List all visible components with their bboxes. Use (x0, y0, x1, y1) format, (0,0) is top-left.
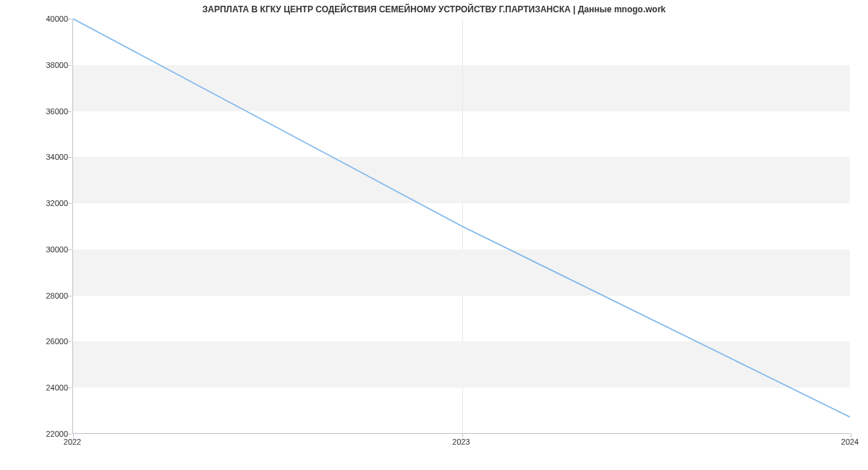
y-axis-label: 24000 (25, 383, 68, 392)
y-axis-label: 36000 (25, 107, 68, 116)
y-axis-label: 34000 (25, 153, 68, 161)
x-axis-label: 2022 (64, 437, 81, 446)
x-axis-label: 2024 (841, 437, 859, 446)
chart-title: ЗАРПЛАТА В КГКУ ЦЕНТР СОДЕЙСТВИЯ СЕМЕЙНО… (0, 4, 868, 14)
line-series (73, 19, 850, 433)
y-axis-label: 30000 (25, 245, 68, 254)
plot-area (72, 19, 850, 434)
y-axis-label: 38000 (25, 61, 68, 69)
y-axis-label: 32000 (25, 199, 68, 208)
y-axis-label: 22000 (25, 430, 68, 438)
y-axis-label: 40000 (25, 14, 68, 23)
y-axis-label: 28000 (25, 291, 68, 300)
y-axis-label: 26000 (25, 337, 68, 346)
salary-line-chart: ЗАРПЛАТА В КГКУ ЦЕНТР СОДЕЙСТВИЯ СЕМЕЙНО… (0, 0, 868, 470)
x-axis-label: 2023 (452, 437, 469, 446)
